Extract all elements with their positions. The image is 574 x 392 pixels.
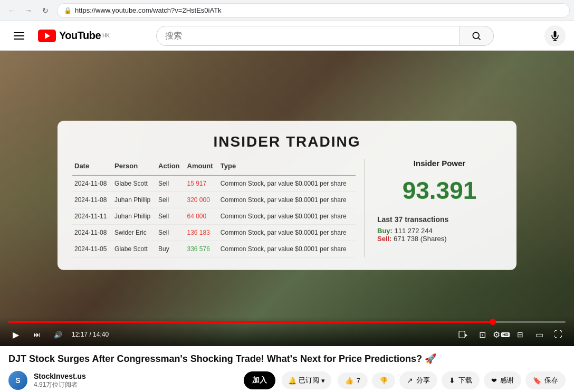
cell-action: Sell	[156, 175, 185, 192]
share-button[interactable]: 分享	[399, 371, 437, 389]
channel-info: StockInvest.us 4.91万位订阅者	[34, 372, 237, 389]
cell-date: 2024-11-11	[72, 208, 112, 224]
fullscreen-button[interactable]	[551, 327, 566, 342]
channel-avatar: S	[8, 371, 27, 390]
buy-value: 111 272 244	[395, 227, 433, 235]
cell-person: Swider Eric	[112, 224, 156, 241]
col-amount: Amount	[185, 159, 218, 176]
miniplayer-button[interactable]	[513, 327, 528, 342]
dislike-button[interactable]	[372, 372, 395, 389]
menu-button[interactable]	[8, 25, 30, 46]
channel-name: StockInvest.us	[34, 372, 237, 380]
play-icon	[13, 330, 19, 340]
search-button[interactable]	[460, 26, 494, 46]
table-row: 2024-11-11 Juhan Phillip Sell 64 000 Com…	[72, 208, 356, 224]
search-input[interactable]	[156, 26, 460, 46]
subscribe-button[interactable]: 加入	[244, 371, 275, 389]
cell-date: 2024-11-08	[72, 224, 112, 241]
thanks-icon	[491, 377, 497, 385]
table-section: Date Person Action Amount Type 2024-11-0…	[72, 159, 365, 257]
cell-date: 2024-11-08	[72, 175, 112, 192]
progress-bar[interactable]	[8, 321, 566, 323]
theater-button[interactable]	[532, 327, 547, 342]
download-icon	[449, 376, 455, 385]
fullscreen-icon	[554, 330, 562, 339]
insider-table: Date Person Action Amount Type 2024-11-0…	[72, 159, 356, 257]
cell-action: Sell	[156, 224, 185, 241]
lock-icon: 🔒	[64, 7, 72, 14]
video-player[interactable]: INSIDER TRADING Date Person Action Amoun…	[0, 51, 574, 346]
cell-amount: 336 576	[185, 241, 218, 257]
subtitles-icon	[479, 330, 486, 340]
reload-button[interactable]: ↻	[38, 3, 53, 18]
save-button[interactable]: 保存	[525, 371, 566, 389]
sell-stat: Sell: 671 738 (Shares)	[377, 235, 502, 243]
cell-type: Common Stock, par value $0.0001 per shar…	[218, 175, 356, 192]
card-title: INSIDER TRADING	[72, 133, 502, 150]
video-info: DJT Stock Surges After Congressman's Sho…	[0, 346, 574, 392]
cell-amount: 64 000	[185, 208, 218, 224]
youtube-logo-icon	[38, 30, 56, 42]
save-icon	[533, 377, 541, 385]
insider-trading-card: INSIDER TRADING Date Person Action Amoun…	[58, 121, 516, 270]
table-row: 2024-11-08 Swider Eric Sell 136 183 Comm…	[72, 224, 356, 241]
subscriber-count: 4.91万位订阅者	[34, 380, 237, 389]
buy-label: Buy:	[377, 227, 393, 235]
like-button[interactable]: 7	[338, 372, 368, 389]
youtube-logo[interactable]: YouTubeHK	[38, 30, 110, 42]
progress-thumb	[490, 319, 496, 325]
nav-buttons: ← → ↻	[4, 3, 53, 18]
progress-fill	[8, 321, 493, 323]
cell-person: Glabe Scott	[112, 241, 156, 257]
cell-date: 2024-11-05	[72, 241, 112, 257]
download-button[interactable]: 下载	[442, 371, 480, 389]
share-label: 分享	[416, 376, 430, 385]
bell-button[interactable]: 已订阅 ▾	[282, 371, 331, 389]
cell-person: Glabe Scott	[112, 175, 156, 192]
svg-line-1	[479, 37, 481, 40]
current-time: 12:17	[72, 331, 88, 338]
card-content: Date Person Action Amount Type 2024-11-0…	[72, 159, 502, 257]
last-transactions: Last 37 transactions	[377, 215, 502, 224]
youtube-header: YouTubeHK	[0, 21, 574, 51]
cell-type: Common Stock, par value $0.0001 per shar…	[218, 208, 356, 224]
bell-icon	[288, 377, 296, 385]
volume-button[interactable]	[51, 327, 65, 342]
cell-amount: 136 183	[185, 224, 218, 241]
youtube-logo-text: YouTube	[59, 30, 101, 42]
col-action: Action	[156, 159, 185, 176]
channel-row: S StockInvest.us 4.91万位订阅者 加入 已订阅 ▾ 7 分享	[8, 371, 566, 390]
dislike-icon	[379, 377, 388, 385]
address-bar[interactable]: 🔒 https://www.youtube.com/watch?v=2HstEs…	[57, 3, 570, 18]
play-pause-button[interactable]	[8, 327, 23, 342]
share-icon	[407, 376, 413, 385]
settings-button[interactable]: HD	[494, 327, 509, 342]
thanks-button[interactable]: 感谢	[484, 371, 521, 389]
power-title: Insider Power	[377, 159, 502, 168]
save-label: 保存	[544, 376, 558, 385]
action-buttons: 7 分享 下载 感谢 保存	[338, 371, 566, 389]
cell-person: Juhan Phillip	[112, 208, 156, 224]
settings-icon	[493, 330, 500, 340]
back-button[interactable]: ←	[4, 3, 19, 18]
cell-date: 2024-11-08	[72, 192, 112, 208]
voice-search-button[interactable]	[544, 25, 566, 46]
forward-button[interactable]: →	[21, 3, 36, 18]
table-row: 2024-11-08 Glabe Scott Sell 15 917 Commo…	[72, 175, 356, 192]
thanks-label: 感谢	[500, 376, 514, 385]
buy-stat: Buy: 111 272 244	[377, 227, 502, 235]
search-container	[156, 26, 494, 46]
autoplay-button[interactable]	[456, 327, 471, 342]
subtitles-button[interactable]	[475, 327, 490, 342]
youtube-region: HK	[102, 33, 110, 39]
like-count: 7	[357, 377, 360, 385]
video-controls: 12:17 / 14:40 HD	[0, 317, 574, 346]
microphone-icon	[550, 31, 560, 41]
cell-action: Sell	[156, 192, 185, 208]
cell-amount: 15 917	[185, 175, 218, 192]
video-title: DJT Stock Surges After Congressman's Sho…	[8, 352, 566, 366]
controls-right: HD	[456, 327, 566, 342]
cell-action: Sell	[156, 208, 185, 224]
next-button[interactable]	[30, 327, 44, 342]
sell-label: Sell:	[377, 235, 391, 243]
